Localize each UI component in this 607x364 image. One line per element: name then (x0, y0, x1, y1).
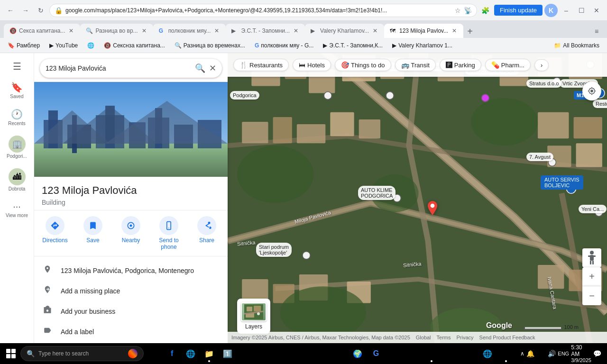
search-input[interactable] (46, 64, 191, 72)
taskbar-app-ak[interactable]: AK (275, 344, 292, 363)
taskbar-app-b[interactable]: b (386, 344, 404, 363)
taskbar-search[interactable]: 🔍 Type here to search (20, 346, 144, 361)
tab-5-close[interactable]: ✕ (372, 27, 378, 35)
tray-notification-bell[interactable]: 💬 (593, 350, 601, 357)
share-button[interactable]: Share (193, 216, 221, 250)
sidebar-podgorica[interactable]: 🏢 Podgori... (3, 132, 31, 163)
tab-search-button[interactable]: ≡ (590, 25, 603, 38)
terms-link[interactable]: Terms (437, 335, 451, 340)
poi-7avgust[interactable]: 7. Avgust (526, 153, 553, 161)
detail-add-missing[interactable]: Add a missing place (34, 281, 228, 301)
taskbar-app-e[interactable]: E (330, 344, 348, 363)
bookmark-4[interactable]: 🔞 Секснза капитана... (100, 41, 169, 50)
taskbar-app-m[interactable]: M (405, 344, 422, 363)
tray-notification-icon[interactable]: 🔔 (526, 350, 534, 357)
taskbar-app-t2[interactable]: 🌐 (478, 344, 496, 363)
filter-transit[interactable]: 🚌 Transit (395, 59, 436, 71)
detail-address[interactable]: 123 Miloja Pavlovića, Podgorica, Montene… (34, 260, 228, 281)
zoom-out-button[interactable]: − (582, 286, 601, 305)
search-button[interactable]: 🔍 (195, 63, 205, 73)
pegman[interactable] (582, 248, 601, 267)
taskbar-app-browser1[interactable]: 🌐 (182, 344, 199, 363)
poi-podgorica[interactable]: Podgorica (230, 91, 259, 100)
filter-more[interactable]: › (534, 59, 549, 71)
poi-restoran[interactable]: Restoran NII (593, 100, 607, 108)
detail-add-business[interactable]: Add your business (34, 301, 228, 321)
map-marker[interactable] (425, 201, 440, 223)
bookmark-8[interactable]: ▶ Valery Kharlamov 1... (388, 41, 456, 50)
tab-4[interactable]: ▶ Э.С.Т. - Запомни... ✕ (226, 24, 305, 38)
poi-yeni[interactable]: Yeni Ca... (579, 205, 607, 213)
bookmark-6[interactable]: G полковник мяу - G... (251, 41, 317, 50)
taskbar-app-globe[interactable]: 🌍 (349, 344, 366, 363)
forward-button[interactable]: → (19, 4, 32, 17)
bookmark-all[interactable]: 📁 All Bookmarks (550, 41, 603, 50)
poi-stari-podrum[interactable]: Stari podrum'Ljeskopolje' (256, 243, 292, 257)
bookmark-rambler[interactable]: 🔖 Рамблер (4, 41, 44, 50)
bookmark-7[interactable]: ▶ Э.С.Т. - Запомни,К... (319, 41, 386, 50)
start-button[interactable] (2, 344, 19, 363)
tab-3[interactable]: G полковник мяу... ✕ (153, 24, 226, 38)
tray-lang[interactable]: ENG (558, 351, 569, 356)
tab-6-close[interactable]: ✕ (451, 27, 458, 35)
minimize-button[interactable]: – (560, 4, 573, 17)
taskbar-app-at[interactable]: @ (312, 344, 329, 363)
taskbar-app-maps[interactable]: 1 (497, 344, 515, 363)
finish-update-button[interactable]: Finish update (494, 5, 543, 16)
taskbar-app-facebook[interactable]: f (163, 344, 181, 363)
tab-6-active[interactable]: 🗺 123 Miloja Pavlov... ✕ (384, 24, 463, 38)
save-button[interactable]: Save (79, 216, 107, 250)
tab-1[interactable]: 🔞 Секса капитана... ✕ (4, 24, 80, 38)
back-button[interactable]: ← (4, 4, 17, 17)
close-button[interactable]: ✕ (590, 4, 603, 17)
sidebar-recents[interactable]: 🕐 Recents (3, 105, 31, 130)
tab-2[interactable]: 🔍 Разница во вр... ✕ (80, 24, 153, 38)
taskbar-app-mail[interactable]: M (256, 344, 274, 363)
filter-things-to-do[interactable]: 🎯 Things to do (335, 59, 391, 71)
taskbar-app-t1[interactable]: T (460, 344, 478, 363)
map-area[interactable]: THE HOUSE by Gradient Wonderwall & NGUP … (228, 53, 607, 343)
tray-volume-icon[interactable]: 🔊 (548, 350, 556, 357)
filter-hotels[interactable]: 🛏 Hotels (293, 59, 331, 71)
extensions-button[interactable]: 🧩 (479, 4, 492, 17)
tab-2-close[interactable]: ✕ (141, 27, 147, 35)
tray-keyboard-icon[interactable]: ⌨ (536, 350, 546, 357)
global-link[interactable]: Global (416, 335, 431, 340)
tab-1-close[interactable]: ✕ (68, 27, 74, 35)
poi-auto-servis[interactable]: AUTO SERVISBOLJEVIC (541, 175, 583, 190)
filter-pharmacy[interactable]: 💊 Pharm... (485, 59, 531, 71)
tray-show-hidden[interactable]: ∧ (520, 350, 524, 357)
profile-avatar[interactable]: K (544, 4, 558, 17)
my-location-button[interactable] (582, 82, 601, 100)
nearby-button[interactable]: Nearby (117, 216, 145, 250)
taskbar-app-file-explorer[interactable]: 📁 (200, 344, 218, 363)
clear-search-button[interactable]: ✕ (209, 63, 216, 73)
layers-button[interactable]: Layers (237, 299, 270, 334)
filter-restaurants[interactable]: 🍴 Restaurants (233, 59, 289, 71)
bookmark-5[interactable]: 🔍 Разница во временах... (171, 41, 249, 50)
refresh-button[interactable]: ↻ (34, 4, 47, 17)
search-input-wrapper[interactable]: 🔍 ✕ (40, 59, 222, 78)
tab-3-close[interactable]: ✕ (213, 27, 220, 35)
sidebar-dobrota[interactable]: 🏙 Dobrota (3, 164, 31, 195)
address-bar[interactable]: 🔒 google.com/maps/place/123+Miloja+Pavlo… (49, 4, 477, 17)
poi-stratus[interactable]: Stratus d.o.o (526, 79, 561, 88)
tab-4-close[interactable]: ✕ (293, 27, 299, 35)
taskbar-app-1num[interactable]: 1 (423, 344, 441, 363)
bookmark-3[interactable]: 🌐 (83, 41, 98, 50)
sidebar-menu[interactable]: ☰ (3, 57, 31, 76)
cast-icon[interactable]: 📡 (464, 7, 472, 14)
taskbar-clock[interactable]: 5:30 AM 3/9/2025 (571, 344, 591, 363)
bookmark-star-icon[interactable]: ☆ (455, 7, 461, 14)
privacy-link[interactable]: Privacy (457, 335, 474, 340)
send-to-phone-button[interactable]: Send to phone (155, 216, 183, 250)
send-feedback-link[interactable]: Send Product Feedback (479, 335, 535, 340)
tab-5[interactable]: ▶ Valery Kharlamov... ✕ (305, 24, 384, 38)
poi-auto-klime[interactable]: AUTO KLIMEPODGORICA (358, 186, 395, 200)
maximize-button[interactable]: ☐ (575, 4, 588, 17)
zoom-in-button[interactable]: + (582, 267, 601, 286)
directions-button[interactable]: Directions (41, 216, 69, 250)
taskbar-app-chrome[interactable]: C (238, 344, 255, 363)
new-tab-button[interactable]: + (463, 25, 477, 38)
taskbar-app-p[interactable]: P (293, 344, 311, 363)
